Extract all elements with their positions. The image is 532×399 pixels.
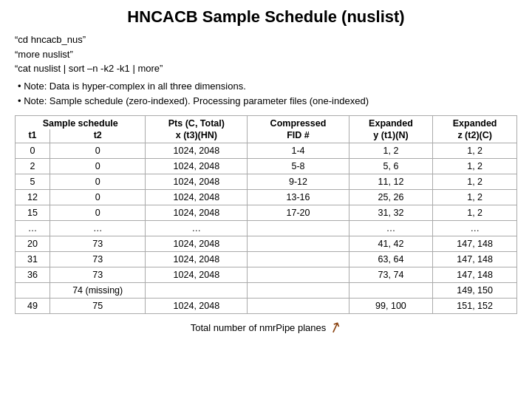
table-cell: 31	[16, 252, 50, 267]
command-3: “cat nuslist | sort –n -k2 -k1 | more”	[15, 61, 163, 76]
table-cell: 0	[50, 159, 145, 174]
table-cell: 151, 152	[433, 299, 517, 314]
table-cell: 0	[50, 190, 145, 205]
table-cell: 99, 100	[349, 299, 433, 314]
table-cell: 1024, 2048	[146, 236, 248, 252]
table-cell: 1, 2	[433, 174, 517, 190]
table-cell: 41, 42	[349, 236, 433, 252]
table-cell: 74 (missing)	[50, 283, 145, 299]
command-2: “more nuslist”	[15, 47, 163, 62]
note-1: • Note: Data is hyper-complex in all thr…	[18, 79, 369, 95]
table-cell: 31, 32	[349, 205, 433, 221]
table-cell: …	[433, 221, 517, 236]
table-cell: 12	[16, 190, 50, 205]
table-row: 31731024, 204863, 64147, 148	[16, 252, 517, 267]
table-row: 501024, 20489-1211, 121, 2	[16, 174, 517, 190]
table-cell: 36	[16, 267, 50, 283]
col-x-t3: x (t3)(HN)	[146, 129, 248, 143]
table-cell: 5	[16, 174, 50, 190]
table-cell: 13-16	[248, 190, 349, 205]
table-cell	[248, 283, 349, 299]
table-row: 20731024, 204841, 42147, 148	[16, 236, 517, 252]
table-cell	[248, 267, 349, 283]
table-cell: 1024, 2048	[146, 174, 248, 190]
table-cell: …	[16, 221, 50, 236]
table-cell: 1, 2	[433, 205, 517, 221]
table-cell: …	[349, 221, 433, 236]
col-sample-schedule: Sample schedule	[16, 116, 146, 130]
col-expanded-y: Expanded	[349, 116, 433, 130]
table-cell: 20	[16, 236, 50, 252]
table-cell	[248, 221, 349, 236]
table-cell: 1024, 2048	[146, 252, 248, 267]
table-cell: 73	[50, 236, 145, 252]
table-cell: 9-12	[248, 174, 349, 190]
table-row: 74 (missing)149, 150	[16, 283, 517, 299]
schedule-table: Sample schedule Pts (C, Total) Compresse…	[15, 115, 517, 314]
table-cell: 1, 2	[349, 143, 433, 159]
table-cell: 15	[16, 205, 50, 221]
table-cell: 11, 12	[349, 174, 433, 190]
col-expanded-z: Expanded	[433, 116, 517, 130]
table-cell: 147, 148	[433, 267, 517, 283]
table-row: 36731024, 204873, 74147, 148	[16, 267, 517, 283]
table-cell: 17-20	[248, 205, 349, 221]
table-row: 001024, 20481-41, 21, 2	[16, 143, 517, 159]
command-1: “cd hncacb_nus”	[15, 33, 163, 47]
table-cell: 147, 148	[433, 236, 517, 252]
table-cell	[248, 236, 349, 252]
col-z-t2: z (t2)(C)	[433, 129, 517, 143]
table-cell: 1024, 2048	[146, 267, 248, 283]
note-2: • Note: Sample schedule (zero-indexed). …	[18, 94, 369, 109]
col-t1: t1	[16, 129, 50, 143]
table-row: 201024, 20485-85, 61, 2	[16, 159, 517, 174]
table-cell: 1024, 2048	[146, 143, 248, 159]
arrow-icon: ↗	[327, 317, 344, 338]
table-cell: …	[146, 221, 248, 236]
page-title: HNCACB Sample Schedule (nuslist)	[127, 7, 404, 27]
table-cell: 1-4	[248, 143, 349, 159]
col-t2: t2	[50, 129, 145, 143]
table-cell	[146, 283, 248, 299]
table-body: 001024, 20481-41, 21, 2201024, 20485-85,…	[16, 143, 517, 314]
table-cell: 73	[50, 252, 145, 267]
table-cell: 1, 2	[433, 143, 517, 159]
table-cell: 75	[50, 299, 145, 314]
table-cell	[16, 283, 50, 299]
table-cell: 1024, 2048	[146, 159, 248, 174]
table-cell: 73	[50, 267, 145, 283]
table-cell: 0	[50, 174, 145, 190]
table-cell: 73, 74	[349, 267, 433, 283]
table-cell	[248, 299, 349, 314]
notes-block: • Note: Data is hyper-complex in all thr…	[15, 79, 369, 110]
table-cell	[349, 283, 433, 299]
table-cell: …	[50, 221, 145, 236]
footer-row: Total number of nmrPipe planes ↗	[191, 318, 342, 336]
table-cell: 1024, 2048	[146, 299, 248, 314]
table-cell: 0	[50, 143, 145, 159]
table-cell: 2	[16, 159, 50, 174]
table-row: ……………	[16, 221, 517, 236]
table-cell: 49	[16, 299, 50, 314]
table-cell: 149, 150	[433, 283, 517, 299]
commands-block: “cd hncacb_nus” “more nuslist” “cat nusl…	[15, 33, 163, 76]
col-compressed: Compressed	[248, 116, 349, 130]
col-fid: FID #	[248, 129, 349, 143]
table-cell: 5, 6	[349, 159, 433, 174]
footer-text: Total number of nmrPipe planes	[191, 322, 327, 333]
table-cell: 0	[50, 205, 145, 221]
table-cell: 1, 2	[433, 159, 517, 174]
table-header-bottom: t1 t2 x (t3)(HN) FID # y (t1)(N) z (t2)(…	[16, 129, 517, 143]
table-cell: 1, 2	[433, 190, 517, 205]
table-cell	[248, 252, 349, 267]
table-row: 1501024, 204817-2031, 321, 2	[16, 205, 517, 221]
table-cell: 0	[16, 143, 50, 159]
table-cell: 1024, 2048	[146, 205, 248, 221]
table-row: 49751024, 204899, 100151, 152	[16, 299, 517, 314]
col-pts: Pts (C, Total)	[146, 116, 248, 130]
table-header-top: Sample schedule Pts (C, Total) Compresse…	[16, 116, 517, 130]
table-cell: 5-8	[248, 159, 349, 174]
table-cell: 147, 148	[433, 252, 517, 267]
table-cell: 63, 64	[349, 252, 433, 267]
col-y-t1: y (t1)(N)	[349, 129, 433, 143]
